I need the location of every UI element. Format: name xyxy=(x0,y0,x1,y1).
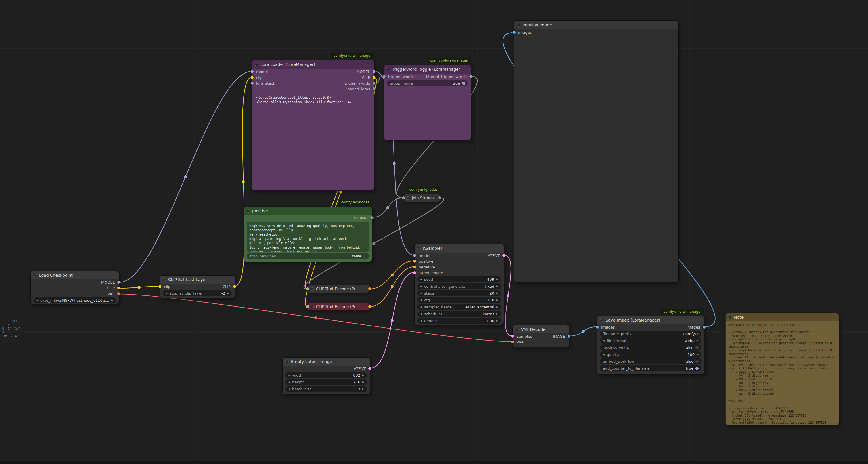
input-slot-collapsed[interactable] xyxy=(402,197,405,199)
widget-quality[interactable]: ◀ quality 100 ▶ xyxy=(600,351,701,357)
output-slot-images[interactable] xyxy=(703,326,706,328)
widget-strip-newlines[interactable]: strip_newlines false xyxy=(247,253,369,259)
collapse-toggle-icon[interactable] xyxy=(34,274,37,277)
node-positive-prompt[interactable]: positive STRING highres, very detailed, … xyxy=(244,207,372,262)
node-ksampler[interactable]: KSampler model LATENT positive negative … xyxy=(414,244,504,325)
input-slot-vae[interactable] xyxy=(511,341,514,344)
widget-group-mode[interactable]: group_mode true xyxy=(387,80,468,86)
collapse-toggle-icon[interactable] xyxy=(417,247,421,250)
toggle-dot-icon[interactable] xyxy=(363,255,366,258)
widget-filename-prefix[interactable]: filename_prefix ComfyUI xyxy=(600,330,701,337)
output-slot-trigger-words[interactable] xyxy=(373,82,375,85)
collapse-toggle-icon[interactable] xyxy=(387,68,390,71)
output-slot-clip[interactable] xyxy=(233,285,236,288)
widget-batch-size[interactable]: ◀ batch_size 3 ▶ xyxy=(285,386,367,392)
node-triggerword-toggle[interactable]: TriggerWord Toggle (LoraManager) trigger… xyxy=(384,65,471,140)
increment-arrow-icon[interactable]: ▶ xyxy=(696,340,699,342)
output-slot-vae[interactable] xyxy=(117,292,120,295)
decrement-arrow-icon[interactable]: ◀ xyxy=(420,320,422,322)
widget-denoise[interactable]: ◀ denoise 1.00 ▶ xyxy=(417,318,501,324)
node-title-bar[interactable]: Preview Image xyxy=(514,21,678,29)
increment-arrow-icon[interactable]: ▶ xyxy=(111,299,113,302)
widget-sampler-name[interactable]: ◀ sampler_name euler_ancestral ▶ xyxy=(417,304,501,310)
increment-arrow-icon[interactable]: ▶ xyxy=(696,353,699,356)
input-slot-clip[interactable] xyxy=(158,285,161,288)
decrement-arrow-icon[interactable]: ◀ xyxy=(420,306,422,308)
node-preview-image[interactable]: Preview Image images xyxy=(514,21,679,283)
decrement-arrow-icon[interactable]: ◀ xyxy=(165,292,167,295)
output-slot-model[interactable] xyxy=(117,281,120,284)
node-join-strings[interactable]: Join Strings xyxy=(403,194,440,202)
input-slot-images[interactable] xyxy=(596,326,598,328)
input-slot-model[interactable] xyxy=(251,70,254,73)
node-title-bar[interactable]: TriggerWord Toggle (LoraManager) xyxy=(384,65,471,74)
collapse-toggle-icon[interactable] xyxy=(600,319,603,322)
increment-arrow-icon[interactable]: ▶ xyxy=(496,285,498,288)
collapse-toggle-icon[interactable] xyxy=(247,209,250,212)
decrement-arrow-icon[interactable]: ◀ xyxy=(420,313,422,315)
increment-arrow-icon[interactable]: ▶ xyxy=(496,313,498,315)
input-slot-samples[interactable] xyxy=(511,335,514,338)
input-slot-collapsed[interactable] xyxy=(306,287,309,290)
input-slot-negative[interactable] xyxy=(413,265,416,268)
input-slot-positive[interactable] xyxy=(413,260,416,263)
collapse-toggle-icon[interactable] xyxy=(285,360,289,363)
output-slot-image[interactable] xyxy=(567,335,570,338)
collapse-toggle-icon[interactable] xyxy=(255,63,258,66)
decrement-arrow-icon[interactable]: ◀ xyxy=(420,278,422,281)
increment-arrow-icon[interactable]: ▶ xyxy=(362,374,364,377)
widget-cfg[interactable]: ◀ cfg 8.0 ▶ xyxy=(417,297,501,303)
input-slot-latent-image[interactable] xyxy=(413,271,416,274)
node-note[interactable]: Note Available filename_prefix Pattern C… xyxy=(725,313,839,426)
input-slot-trigger-words[interactable] xyxy=(383,75,385,78)
widget-control-after-generate[interactable]: ◀ control after generate fixed ▶ xyxy=(417,283,501,289)
widget-lossless-webp[interactable]: lossless_webp false xyxy=(600,344,701,351)
decrement-arrow-icon[interactable]: ◀ xyxy=(420,292,422,295)
collapse-toggle-icon[interactable] xyxy=(516,328,519,331)
toggle-dot-icon[interactable] xyxy=(462,82,465,85)
collapse-toggle-icon[interactable] xyxy=(406,197,409,200)
node-title-bar[interactable]: Note xyxy=(726,313,839,321)
output-slot-latent[interactable] xyxy=(368,367,371,370)
lora-syntax-text[interactable]: <lora:CreateConcept_Illustrious:0.8> <lo… xyxy=(256,95,370,105)
output-slot-collapsed[interactable] xyxy=(368,287,371,290)
node-title-bar[interactable]: VAE Decode xyxy=(513,325,569,334)
toggle-dot-icon[interactable] xyxy=(695,346,699,349)
collapse-toggle-icon[interactable] xyxy=(163,278,166,281)
input-slot-model[interactable] xyxy=(413,254,416,257)
collapse-toggle-icon[interactable] xyxy=(728,316,732,319)
collapse-toggle-icon[interactable] xyxy=(517,24,520,27)
note-text[interactable]: Available filename_prefix Pattern Codes … xyxy=(728,323,836,424)
widget-seed[interactable]: ◀ seed 409 ▶ xyxy=(417,276,501,283)
node-title-bar[interactable]: Empty Latent Image xyxy=(283,357,370,366)
node-vae-decode[interactable]: VAE Decode samples IMAGE vae xyxy=(513,325,569,347)
node-clip-text-encode-negative[interactable]: CLIP Text Encode (Pr xyxy=(307,302,370,311)
increment-arrow-icon[interactable]: ▶ xyxy=(496,292,498,295)
output-slot-clip[interactable] xyxy=(117,287,120,289)
collapse-toggle-icon[interactable] xyxy=(311,287,314,291)
output-slot-collapsed[interactable] xyxy=(368,305,371,308)
increment-arrow-icon[interactable]: ▶ xyxy=(496,320,498,322)
increment-arrow-icon[interactable]: ▶ xyxy=(362,388,364,390)
widget-embed-workflow[interactable]: embed_workflow false xyxy=(600,358,701,365)
node-title-bar[interactable]: Load Checkpoint xyxy=(31,271,119,279)
increment-arrow-icon[interactable]: ▶ xyxy=(496,299,498,301)
widget-width[interactable]: ◀ width 832 ▶ xyxy=(285,372,367,378)
node-title-bar[interactable]: Lora Loader (LoraManager) xyxy=(252,60,374,69)
output-slot-clip[interactable] xyxy=(373,76,375,79)
input-slot-images[interactable] xyxy=(513,31,516,34)
decrement-arrow-icon[interactable]: ◀ xyxy=(288,388,290,390)
output-slot-latent[interactable] xyxy=(502,254,505,257)
node-clip-set-last-layer[interactable]: CLIP Set Last Layer clip CLIP ◀ stop_at_… xyxy=(160,275,235,298)
node-lora-loader[interactable]: Lora Loader (LoraManager) model MODEL cl… xyxy=(252,60,374,191)
widget-stop-at-clip-layer[interactable]: ◀ stop_at_clip_layer -2 ▶ xyxy=(163,290,232,296)
collapse-toggle-icon[interactable] xyxy=(311,305,314,308)
input-slot-clip[interactable] xyxy=(251,76,254,79)
input-slot-collapsed[interactable] xyxy=(306,305,309,308)
node-save-image[interactable]: Save Image (LoraManager) images images f… xyxy=(597,316,704,375)
decrement-arrow-icon[interactable]: ◀ xyxy=(420,299,422,301)
widget-steps[interactable]: ◀ steps 20 ▶ xyxy=(417,290,501,296)
widget-ckpt-name[interactable]: ◀ ckpt_name ilwaiNSFWIllustrious_v110.s.… xyxy=(34,297,116,303)
decrement-arrow-icon[interactable]: ◀ xyxy=(602,340,604,342)
widget-add-counter-to-filename[interactable]: add_counter_to_filename true xyxy=(600,365,701,371)
